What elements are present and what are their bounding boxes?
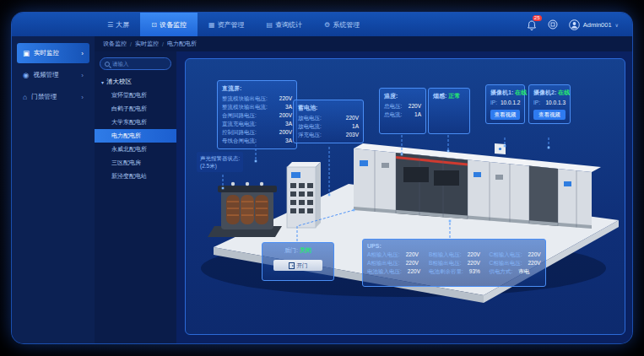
panel-title: 直流屏:	[222, 84, 292, 93]
equipment-3d-scene	[192, 142, 620, 323]
chevron-right-icon: ›	[81, 72, 84, 79]
tree-node[interactable]: 大学东配电所	[95, 116, 176, 129]
navbar-right: 25 Admin001 ∨	[527, 13, 632, 36]
tree-node[interactable]: 宣怀堂配电所	[95, 89, 176, 102]
field-label: 电池输入电压:	[367, 267, 402, 276]
field-value: 3A	[285, 137, 292, 145]
notification-badge: 25	[533, 15, 542, 21]
caret-down-icon: ∨	[615, 22, 619, 28]
tree-node[interactable]: 永威北配电所	[95, 143, 176, 156]
door-panel: 后门: 关闭 开门	[262, 242, 334, 281]
field-label: 总电压:	[384, 102, 402, 111]
breadcrumb-item[interactable]: 电力配电所	[167, 40, 197, 48]
temperature-panel: 温度: 总电压:220V 总电流:1A	[379, 88, 426, 134]
field-label: 供电方式:	[490, 267, 513, 276]
open-door-button[interactable]: 开门	[273, 260, 322, 271]
field-label: 整流模块输出电压:	[222, 94, 268, 103]
top-navbar: ☰ 大屏 ⊡ 设备监控 ▦ 资产管理 ▤ 查询统计 ⚙ 系统管理 25	[12, 13, 632, 36]
alarm-status-label: 声光报警器状态: (2.5米)	[197, 152, 243, 172]
tree-root-label: 浦大校区	[106, 78, 132, 86]
field-label: 直流充电电流:	[222, 120, 257, 128]
nav-item-label: 资产管理	[217, 20, 244, 30]
nav-item-asset[interactable]: ▦ 资产管理	[198, 13, 256, 36]
field-label: 总电流:	[384, 111, 402, 119]
nav-item-label: 大屏	[116, 20, 129, 30]
transformer	[208, 182, 282, 237]
notifications-button[interactable]: 25	[527, 19, 537, 30]
panel-title: UPS:	[367, 243, 541, 249]
field-value: 3A	[285, 120, 292, 128]
ups-panel: UPS: A相输入电压:220V A相输出电压:220V 电池输入电压:220V…	[362, 239, 546, 287]
nav-item-label: 设备监控	[160, 20, 187, 30]
field-label: 合闸回路电压:	[222, 111, 257, 120]
sidebar-item-realtime-monitor[interactable]: ▣ 实时监控 ›	[17, 43, 89, 63]
breadcrumb-item[interactable]: 实时监控	[135, 40, 159, 48]
field-value: 93%	[469, 267, 480, 276]
status-badge: 在线	[558, 89, 570, 95]
sidebar-item-label: 视频管理	[33, 71, 58, 79]
field-value: 200V	[279, 128, 292, 137]
alarm-line2: (2.5米)	[200, 162, 240, 170]
nav-item-bigscreen[interactable]: ☰ 大屏	[96, 13, 140, 36]
ip-label: IP:	[490, 99, 497, 107]
chevron-right-icon: ›	[81, 50, 84, 57]
tree-root-node[interactable]: ▾ 浦大校区	[95, 75, 176, 89]
view-video-button[interactable]: 查看视频	[533, 110, 566, 120]
nav-item-device-monitor[interactable]: ⊡ 设备监控	[140, 13, 198, 36]
tree-node[interactable]: 三区配电房	[95, 156, 176, 170]
distribution-cabinet	[287, 162, 321, 228]
camera1-panel: 摄像机1: 在线 IP:10.0.1.2 查看视频	[485, 84, 525, 124]
substation-tree-panel: ▾ 浦大校区 宣怀堂配电所 白鹤子配电所 大学东配电所 电力配电所 永威北配电所…	[95, 51, 176, 343]
panel-title: 蓄电池:	[298, 104, 359, 112]
breadcrumb-separator: /	[162, 41, 164, 47]
nav-item-label: 系统管理	[333, 20, 360, 30]
field-label: 放电电压:	[298, 114, 322, 122]
breadcrumb-item[interactable]: 设备监控	[103, 40, 127, 48]
tree-node[interactable]: 白鹤子配电所	[95, 102, 176, 116]
user-menu[interactable]: Admin001 ∨	[569, 19, 619, 30]
breadcrumb-separator: /	[130, 41, 132, 47]
door-label: 后门:	[284, 247, 298, 253]
field-value: 220V	[406, 259, 419, 267]
field-label: C相输出电压:	[490, 259, 522, 267]
search-input[interactable]	[112, 61, 163, 67]
status-badge: 在线	[515, 89, 527, 95]
access-control-icon: ⌂	[23, 93, 27, 101]
dc-screen-panel: 直流屏: 整流模块输出电压:220V 整流模块输出电流:3A 合闸回路电压:20…	[217, 80, 297, 149]
field-label: B相输出电压:	[429, 259, 462, 267]
field-value: 3A	[285, 103, 292, 111]
field-label: 整流模块输出电流:	[222, 103, 268, 111]
tree-search[interactable]	[100, 57, 171, 70]
field-value: 200V	[279, 111, 292, 120]
left-sidebar: ▣ 实时监控 › ◉ 视频管理 › ⌂ 门禁管理 ›	[12, 36, 95, 343]
view-video-button[interactable]: 查看视频	[490, 110, 520, 120]
alarm-line1: 声光报警器状态:	[200, 154, 240, 162]
sidebar-item-video-management[interactable]: ◉ 视频管理 ›	[17, 65, 89, 85]
smoke-sensor-panel: 烟感: 正常	[428, 88, 470, 134]
query-icon: ▤	[266, 21, 273, 29]
camera2-panel: 摄像机2: 在线 IP:10.0.1.3 查看视频	[528, 84, 571, 124]
nav-item-query[interactable]: ▤ 查询统计	[255, 13, 313, 36]
nav-item-system[interactable]: ⚙ 系统管理	[313, 13, 371, 36]
tree-node[interactable]: 新泾变配电站	[95, 170, 176, 183]
field-value: 203V	[346, 131, 359, 139]
avatar	[569, 19, 580, 30]
field-label: A相输出电压:	[367, 259, 400, 267]
ip-value: 10.0.1.3	[546, 99, 566, 107]
panel-title: 烟感:	[433, 93, 446, 99]
nav-item-label: 查询统计	[275, 20, 302, 30]
substation-stage: 直流屏: 整流模块输出电压:220V 整流模块输出电流:3A 合闸回路电压:20…	[185, 58, 625, 335]
sidebar-item-access-control[interactable]: ⌂ 门禁管理 ›	[17, 87, 89, 107]
field-value: 220V	[409, 102, 421, 111]
search-icon	[105, 62, 110, 67]
field-value: 220V	[468, 259, 480, 267]
tree-node-selected[interactable]: 电力配电所	[95, 129, 176, 143]
system-icon: ⚙	[324, 21, 330, 29]
field-value: 220V	[528, 259, 541, 267]
panel-title: 温度:	[384, 92, 421, 100]
battery-panel: 蓄电池: 放电电压:220V 放电电流:1A 浮充电压:203V	[293, 100, 364, 143]
panel-title: 摄像机2:	[533, 89, 556, 95]
panel-title: 摄像机1:	[490, 89, 513, 95]
fullscreen-icon[interactable]	[548, 19, 558, 30]
realtime-monitor-icon: ▣	[23, 49, 30, 57]
